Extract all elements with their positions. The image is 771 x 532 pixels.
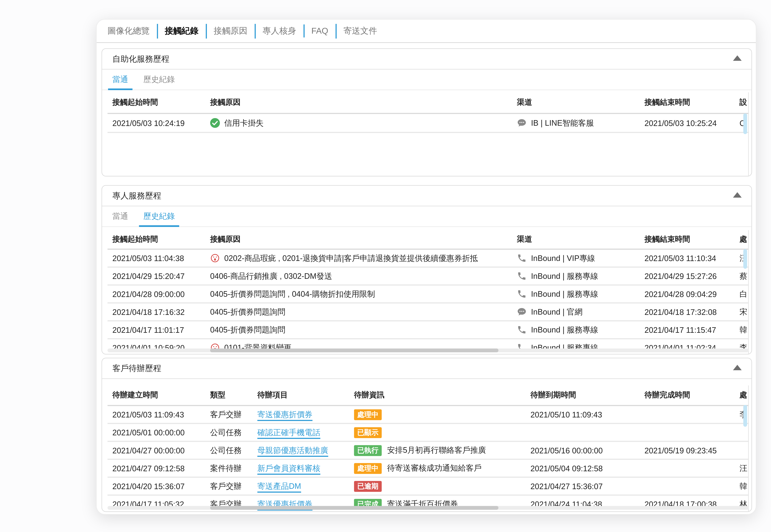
panel-customer-todo-history: 客戶待辦歷程 待辦建立時間類型待辦項目待辦資訊待辦到期時間待辦完成時間處 202… xyxy=(101,358,752,512)
table-row: 2021/05/01 00:00:00公司任務確認正確手機電話已顯示 xyxy=(107,424,748,442)
status-badge: 已顯示 xyxy=(354,427,382,438)
todo-completed-time: 2021/05/19 09:23:45 xyxy=(645,446,717,455)
panel-header: 客戶待辦歷程 xyxy=(102,358,751,379)
contact-start-time: 2021/04/29 15:20:47 xyxy=(112,272,185,280)
table-row: 2021/05/03 11:04:380202-商品瑕疵 , 0201-退換貨申… xyxy=(107,250,748,268)
todo-item-link[interactable]: 新戶會員資料審核 xyxy=(257,463,320,473)
column-header: 渠道 xyxy=(517,98,532,107)
table-body: 2021/05/03 11:04:380202-商品瑕疵 , 0201-退換貨申… xyxy=(107,250,748,354)
panel-tab-歷史紀錄[interactable]: 歷史紀錄 xyxy=(143,74,175,85)
todo-created-time: 2021/04/27 09:12:58 xyxy=(112,464,185,472)
column-header: 接觸起始時間 xyxy=(112,98,158,107)
table-header: 接觸起始時間接觸原因渠道接觸結束時間設 xyxy=(107,92,748,114)
horizontal-scrollbar-thumb[interactable] xyxy=(210,506,499,510)
table-row: 2021/04/18 17:16:320405-折價券問題詢問InBound |… xyxy=(107,303,748,321)
table-body: 2021/05/03 11:09:43客戶交辦寄送優惠折價券處理中2021/05… xyxy=(107,406,748,511)
todo-info-text: 安排5月初再行聯絡客戶推廣 xyxy=(387,445,486,456)
todo-due-time: 2021/05/04 09:12:58 xyxy=(530,464,603,472)
column-header: 處 xyxy=(740,235,747,244)
todo-item-link[interactable]: 寄送優惠折價券 xyxy=(257,409,312,420)
contact-channel: InBound | 官網 xyxy=(517,307,583,317)
contact-end-time: 2021/04/29 15:27:26 xyxy=(645,272,717,280)
todo-type: 公司任務 xyxy=(210,445,242,456)
todo-item-link[interactable]: 寄送產品DM xyxy=(257,481,301,491)
status-badge: 已逾期 xyxy=(354,481,382,491)
panel-header: 自助化服務歷程 xyxy=(102,49,751,70)
contact-channel: InBound | VIP專線 xyxy=(517,253,595,263)
collapse-icon[interactable] xyxy=(733,192,742,198)
table-row: 2021/05/03 11:09:43客戶交辦寄送優惠折價券處理中2021/05… xyxy=(107,406,748,424)
column-header: 接觸起始時間 xyxy=(112,235,158,244)
contact-start-time: 2021/04/28 09:00:00 xyxy=(112,290,185,298)
table-header: 待辦建立時間類型待辦項目待辦資訊待辦到期時間待辦完成時間處 xyxy=(107,385,748,406)
panel-tab-當通[interactable]: 當通 xyxy=(112,74,128,85)
top-tab-寄送文件[interactable]: 寄送文件 xyxy=(335,24,384,38)
contact-end-time: 2021/04/17 11:15:47 xyxy=(645,325,716,334)
todo-handler: 韓 xyxy=(740,481,747,491)
todo-type: 公司任務 xyxy=(210,427,242,438)
todo-info: 已逾期 xyxy=(354,481,382,491)
top-tab-接觸原因[interactable]: 接觸原因 xyxy=(206,24,254,38)
column-header: 設 xyxy=(740,98,747,107)
column-header: 接觸結束時間 xyxy=(645,235,690,244)
contact-start-time: 2021/04/18 17:16:32 xyxy=(112,307,185,316)
todo-due-time: 2021/05/10 11:09:43 xyxy=(530,410,602,419)
status-badge: 處理中 xyxy=(354,463,382,474)
top-tab-專人核身[interactable]: 專人核身 xyxy=(254,24,303,38)
column-header: 接觸結束時間 xyxy=(645,98,690,107)
table-row: 2021/04/28 09:00:000405-折價券問題詢問 , 0404-購… xyxy=(107,286,748,303)
status-badge: 已執行 xyxy=(354,445,382,456)
vertical-scrollbar-thumb[interactable] xyxy=(743,405,747,427)
todo-created-time: 2021/04/20 15:36:07 xyxy=(112,482,185,490)
table-row: 2021/04/20 15:36:07客戶交辦寄送產品DM已逾期2021/04/… xyxy=(107,478,748,496)
phone-icon xyxy=(517,325,527,335)
panel-tab-歷史紀錄[interactable]: 歷史紀錄 xyxy=(143,211,175,221)
contact-reason: 0406-商品行銷推廣 , 0302-DM發送 xyxy=(210,271,332,281)
horizontal-scrollbar[interactable] xyxy=(107,506,749,510)
panel-title: 專人服務歷程 xyxy=(112,191,161,201)
todo-info: 處理中 xyxy=(354,409,382,420)
horizontal-scrollbar[interactable] xyxy=(107,348,749,352)
top-tab-圖像化總覽[interactable]: 圖像化總覽 xyxy=(100,24,157,38)
contact-handler: 宋 xyxy=(740,307,747,317)
panel-tab-當通[interactable]: 當通 xyxy=(112,211,128,221)
phone-icon xyxy=(517,289,527,299)
vertical-scrollbar-thumb[interactable] xyxy=(743,113,747,134)
contact-channel: InBound | 服務專線 xyxy=(517,271,598,281)
column-header: 待辦建立時間 xyxy=(112,390,158,400)
angry-face-icon xyxy=(210,253,220,263)
horizontal-scrollbar-thumb[interactable] xyxy=(210,348,499,352)
collapse-icon[interactable] xyxy=(733,55,742,61)
vertical-scrollbar-thumb[interactable] xyxy=(743,249,747,269)
collapse-icon[interactable] xyxy=(733,365,742,370)
top-tabbar: 圖像化總覽接觸紀錄接觸原因專人核身FAQ寄送文件 xyxy=(97,20,756,43)
contact-end-time: 2021/04/18 17:32:08 xyxy=(645,307,717,316)
contact-start-time: 2021/05/03 10:24:19 xyxy=(112,119,185,127)
todo-table: 待辦建立時間類型待辦項目待辦資訊待辦到期時間待辦完成時間處 2021/05/03… xyxy=(107,385,749,511)
column-header: 待辦到期時間 xyxy=(530,390,576,400)
panel-tabs: 當通歷史紀錄 xyxy=(102,70,751,90)
top-tab-FAQ[interactable]: FAQ xyxy=(303,24,335,37)
todo-type: 客戶交辦 xyxy=(210,481,242,491)
contact-reason: 0405-折價券問題詢問 xyxy=(210,325,285,335)
status-badge: 處理中 xyxy=(354,409,382,420)
todo-type: 案件待辦 xyxy=(210,463,242,473)
column-header: 處 xyxy=(740,390,747,400)
column-header: 接觸原因 xyxy=(210,235,241,244)
table-row: 2021/04/27 00:00:00公司任務母親節優惠活動推廣已執行安排5月初… xyxy=(107,442,748,460)
todo-due-time: 2021/05/16 00:00:00 xyxy=(530,446,603,455)
contact-end-time: 2021/05/03 11:10:34 xyxy=(645,254,716,262)
panel-self-service-history: 自助化服務歷程 當通歷史紀錄 接觸起始時間接觸原因渠道接觸結束時間設 2021/… xyxy=(101,48,752,176)
table-row: 2021/04/17 11:01:170405-折價券問題詢問InBound |… xyxy=(107,321,748,339)
todo-created-time: 2021/04/27 00:00:00 xyxy=(112,446,185,455)
contact-reason: 信用卡掛失 xyxy=(210,118,264,128)
todo-item-link[interactable]: 母親節優惠活動推廣 xyxy=(257,445,328,456)
chat-bubble-icon xyxy=(517,307,527,317)
top-tab-接觸紀錄[interactable]: 接觸紀錄 xyxy=(157,24,206,38)
contact-start-time: 2021/05/03 11:04:38 xyxy=(112,254,184,262)
todo-info-text: 待寄送審核成功通知給客戶 xyxy=(387,463,482,473)
panel-agent-service-history: 專人服務歷程 當通歷史紀錄 接觸起始時間接觸原因渠道接觸結束時間處 2021/0… xyxy=(101,185,752,354)
contact-handler: 韓 xyxy=(740,325,747,335)
table-row: 2021/04/27 09:12:58案件待辦新戶會員資料審核處理中待寄送審核成… xyxy=(107,460,748,478)
todo-item-link[interactable]: 確認正確手機電話 xyxy=(257,427,320,438)
